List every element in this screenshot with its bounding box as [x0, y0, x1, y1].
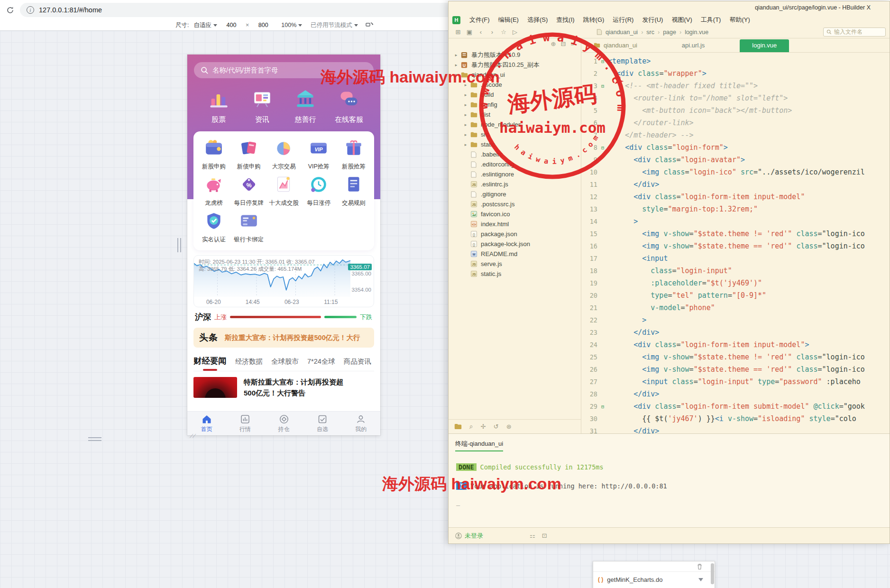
ide-menu-item[interactable]: 选择(S)	[523, 16, 552, 24]
code-line-29[interactable]: 29 ⊟ <div class="login-form-item submit-…	[581, 400, 890, 413]
index-chart-card[interactable]: 时间: 2025-06-23 11:30 开: 3365.01 收: 3365.…	[193, 255, 374, 307]
feature-cards[interactable]: 新债申购	[231, 138, 266, 171]
code-line-25[interactable]: 25 <img v-show="$state.theme != 'red'" c…	[581, 351, 890, 363]
quick-link-stock[interactable]: 股票	[201, 89, 237, 124]
news-tab-4[interactable]: 7*24全球	[307, 357, 335, 366]
news-tab-3[interactable]: 全球股市	[271, 357, 299, 366]
tree-item-README.md[interactable]: M README.md	[449, 249, 581, 259]
new-file-icon[interactable]: ⊞	[452, 28, 464, 36]
device-width-input[interactable]: 400	[222, 22, 241, 28]
outline-icon[interactable]: ⚏	[530, 532, 535, 539]
code-line-23[interactable]: 23 </div>	[581, 326, 890, 339]
terminal-tab[interactable]: 终端-qianduan_ui	[455, 440, 503, 451]
nav-home[interactable]: 首页	[187, 412, 226, 435]
site-info-icon[interactable]: i	[27, 6, 34, 14]
files-tab-icon[interactable]	[454, 423, 462, 430]
news-list-item[interactable]: 特斯拉重大宣布：计划再投资超 500亿元！大行警告	[193, 377, 374, 398]
ide-menu-item[interactable]: 运行(R)	[608, 16, 638, 24]
code-line-27[interactable]: 27 <input class="login-input" type="pass…	[581, 376, 890, 388]
code-line-26[interactable]: 26 <img v-show="$state.theme == 'red'" c…	[581, 363, 890, 376]
breadcrumb-segment[interactable]: login.vue	[685, 29, 708, 36]
ide-menu-item[interactable]: 查找(I)	[552, 16, 578, 24]
device-size-select[interactable]: 自适应	[193, 21, 217, 29]
debug-icon[interactable]: ✢	[481, 423, 486, 430]
feature-vip[interactable]: VIPVIP抢筹	[301, 138, 336, 171]
feature-doc[interactable]: 十大成交股	[266, 175, 302, 207]
feature-clock[interactable]: 每日涨停	[301, 175, 336, 207]
popup-scrollbar[interactable]	[711, 563, 714, 584]
feature-shield[interactable]: 实名认证	[196, 211, 231, 244]
code-line-18[interactable]: 18 class="login-input"	[581, 265, 890, 277]
nav-watchlist[interactable]: 自选	[303, 412, 341, 435]
quick-link-news[interactable]: 资讯	[244, 89, 280, 124]
feature-piggy[interactable]: 龙虎榜	[196, 175, 231, 207]
news-tab-2[interactable]: 经济数据	[235, 357, 263, 366]
tree-item-package-lock.json[interactable]: {} package-lock.json	[449, 239, 581, 249]
code-line-17[interactable]: 17 <input	[581, 252, 890, 265]
tree-item-.postcssrc.js[interactable]: JS .postcssrc.js	[449, 199, 581, 209]
search-files-icon[interactable]: ⌕	[469, 423, 473, 431]
reload-icon[interactable]	[4, 4, 16, 16]
code-line-16[interactable]: 16 <img v-show="$state.theme == 'red'" c…	[581, 240, 890, 252]
ide-menu-item[interactable]: 文件(F)	[465, 16, 494, 24]
breadcrumb-segment[interactable]: src	[646, 29, 654, 36]
tree-item-static.js[interactable]: JS static.js	[449, 269, 581, 279]
tree-item-package.json[interactable]: {} package.json	[449, 229, 581, 239]
quick-link-chat[interactable]: 在线客服	[331, 89, 367, 124]
tree-item-favicon.ico[interactable]: favicon.ico	[449, 209, 581, 219]
tree-chevron-icon[interactable]: ▸	[463, 142, 468, 147]
code-line-24[interactable]: 24 <div class="login-form-item input-mod…	[581, 339, 890, 351]
login-status[interactable]: 未登录	[455, 532, 483, 540]
feature-rules[interactable]: 交易规则	[336, 175, 371, 207]
file-search-input[interactable]: 输入文件名	[823, 28, 886, 37]
feature-bankcard[interactable]: 银行卡绑定	[231, 211, 266, 244]
code-line-22[interactable]: 22 >	[581, 314, 890, 326]
throttle-select[interactable]: 已停用节流模式	[311, 21, 358, 29]
code-line-30[interactable]: 30 {{ $t('jy467') }}<i v-show="isloading…	[581, 413, 890, 425]
news-tab-1[interactable]: 财经要闻	[193, 355, 227, 367]
tree-chevron-icon[interactable]: ▸	[463, 122, 468, 127]
feature-gift[interactable]: 新股抢筹	[336, 138, 371, 171]
tree-chevron-icon[interactable]: ▸	[463, 92, 468, 97]
code-line-15[interactable]: 15 <img v-show="$state.theme != 'red'" c…	[581, 228, 890, 240]
resize-handle-left[interactable]	[177, 238, 181, 252]
fold-icon[interactable]: ⊟	[597, 404, 608, 409]
feature-wallet[interactable]: 新股申购	[196, 138, 231, 171]
ide-menu-item[interactable]: 跳转(G)	[579, 16, 609, 24]
tree-chevron-icon[interactable]: ▸	[463, 132, 468, 137]
dropdown-item[interactable]: ( ) getMinK_Echarts.do	[593, 572, 715, 587]
plugins-icon[interactable]: ⊛	[506, 423, 512, 430]
resize-grip-corner[interactable]: ⟋⟋	[190, 433, 195, 439]
tree-item-.gitignore[interactable]: .gitignore	[449, 189, 581, 199]
news-tab-5[interactable]: 商品资讯	[344, 357, 371, 366]
ide-menu-item[interactable]: 编辑(E)	[494, 16, 523, 24]
terminal-toggle-icon[interactable]: ⊡	[542, 532, 547, 539]
tree-chevron-icon[interactable]: ▸	[463, 112, 468, 117]
ide-menu-item[interactable]: 帮助(Y)	[725, 16, 754, 24]
nav-quotes[interactable]: 行情	[226, 412, 264, 435]
url-text[interactable]: 127.0.0.1:81/#/home	[39, 6, 102, 14]
headline-banner[interactable]: 头条 斯拉重大宣布：计划再投资超500亿元！大行	[193, 328, 374, 348]
zoom-select[interactable]: 100%	[281, 22, 302, 28]
feature-tag[interactable]: %每日停复牌	[231, 175, 266, 207]
code-line-19[interactable]: 19 :placeholder="$t('jy469')"	[581, 277, 890, 289]
code-line-20[interactable]: 20 type="tel" pattern="[0-9]*"	[581, 289, 890, 302]
tree-item-index.html[interactable]: <> index.html	[449, 219, 581, 229]
quick-link-bank[interactable]: 慈善行	[287, 89, 323, 124]
tree-item-serve.js[interactable]: JS serve.js	[449, 259, 581, 269]
code-line-14[interactable]: 14 >	[581, 215, 890, 228]
ide-menu-item[interactable]: 发行(U)	[638, 16, 667, 24]
breadcrumb-segment[interactable]: page	[663, 29, 676, 36]
resize-handle-bottom[interactable]	[88, 437, 101, 441]
code-line-31[interactable]: 31 </div>	[581, 425, 890, 433]
terminal-cursor[interactable]: _	[456, 498, 460, 505]
code-line-28[interactable]: 28 </div>	[581, 388, 890, 400]
tree-chevron-icon[interactable]: ▸	[453, 53, 459, 57]
feature-pie[interactable]: 大宗交易	[266, 138, 302, 171]
code-line-13[interactable]: 13 style="margin-top:1.32rem;"	[581, 203, 890, 215]
editor-tab-api.url.js[interactable]: api.url.js	[670, 39, 717, 52]
editor-tab-login.vue[interactable]: login.vue	[740, 39, 789, 52]
nav-mine[interactable]: 我的	[342, 412, 380, 435]
code-line-21[interactable]: 21 v-model="phone"	[581, 302, 890, 314]
code-line-12[interactable]: 12 <div class="login-form-item input-mod…	[581, 191, 890, 203]
